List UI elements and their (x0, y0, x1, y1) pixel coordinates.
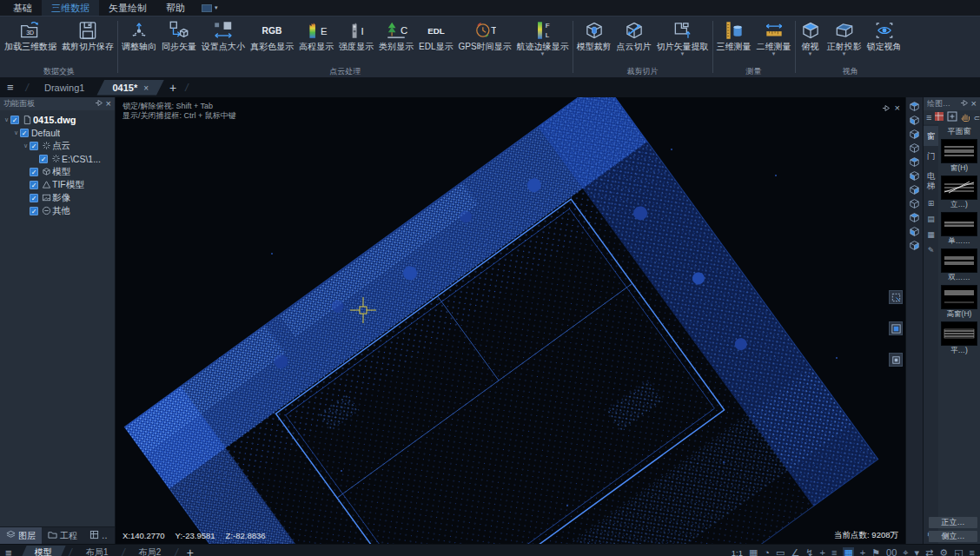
block-item[interactable]: 立…) (939, 175, 979, 209)
close-icon[interactable]: × (971, 100, 977, 108)
ribbon-button[interactable]: C类别显示 (376, 17, 416, 51)
checkbox[interactable]: ✓ (30, 142, 38, 150)
menu-tab[interactable]: 三维数据 (42, 0, 99, 16)
expand-arrow-icon[interactable]: ∨ (22, 142, 30, 149)
fullscreen-icon[interactable]: ◱ (954, 547, 963, 556)
checkbox[interactable]: ✓ (30, 181, 38, 189)
category-tool-icon-4[interactable]: ✎ (928, 242, 935, 258)
ribbon-button[interactable]: 裁剪切片保存 (59, 17, 116, 51)
menu-tab[interactable]: 帮助 (156, 0, 195, 16)
ribbon-button[interactable]: 调整轴向 (119, 17, 159, 51)
expand-arrow-icon[interactable]: ∨ (12, 129, 20, 136)
tree-item[interactable]: ✓TIF模型 (0, 178, 115, 191)
angle-icon[interactable]: ∠ (791, 547, 799, 556)
layout-tab[interactable]: 模型 (21, 546, 66, 556)
panel-tab-layers[interactable]: 图层 (0, 527, 42, 544)
block-item[interactable]: 单…… (939, 212, 979, 246)
tree-item[interactable]: ∨✓点云 (0, 139, 115, 152)
viewport-tool-icon-1[interactable] (889, 290, 903, 304)
tree-item[interactable]: ✓E:\CS\1... (0, 152, 115, 165)
view-cube-right-icon[interactable] (908, 239, 922, 252)
ribbon-button[interactable]: 三维测量 (714, 17, 754, 51)
tree-item[interactable]: ∨✓0415.dwg (0, 113, 115, 126)
elevation-view-button[interactable]: 正立… (929, 517, 977, 528)
view-cube-top-icon[interactable] (908, 211, 922, 224)
pin-icon[interactable] (882, 100, 891, 116)
tree-item[interactable]: ∨✓Default (0, 126, 115, 139)
layout-tab[interactable]: 布局2 (129, 546, 172, 556)
category-tool-icon-3[interactable]: ▦ (927, 227, 935, 242)
units-icon[interactable]: 00 (886, 547, 897, 556)
document-tab[interactable]: Drawing1 (32, 81, 96, 95)
grid-icon[interactable]: ▦ (843, 547, 853, 556)
ribbon-button[interactable]: E高程显示 (296, 17, 336, 51)
ribbon-button[interactable]: FL航迹边缘显示▼ (514, 17, 572, 56)
view-cube-right-icon[interactable] (908, 128, 922, 141)
view-cube-iso-icon[interactable] (908, 142, 922, 155)
category-tab[interactable]: 门 (924, 146, 938, 166)
swap-icon[interactable]: ⇄ (925, 547, 933, 556)
ribbon-button[interactable]: RGB真彩色显示 (248, 17, 296, 51)
checkbox[interactable]: ✓ (30, 168, 38, 176)
checkbox[interactable]: ✓ (30, 207, 38, 215)
document-tab[interactable]: 0415*× (96, 80, 164, 96)
ribbon-button[interactable]: 锁定视角 (864, 17, 904, 51)
elevation-view-button[interactable]: 侧立… (929, 531, 977, 542)
ribbon-button[interactable]: 切片矢量提取▼ (654, 17, 712, 56)
menu-icon[interactable]: ≡ (926, 112, 931, 122)
lineweight-icon[interactable]: ≡ (831, 547, 837, 556)
ribbon-button[interactable]: 二维测量▼ (754, 17, 794, 56)
add-layout-button[interactable]: + (187, 546, 194, 556)
gear-icon[interactable]: ⚙ (939, 547, 948, 556)
block-item[interactable]: 窗(H) (939, 139, 979, 173)
viewport[interactable]: 锁定/解除俯视: Shift + Tab 显示/关闭捕捉框: Ctrl + 鼠标… (116, 97, 905, 544)
pin-icon[interactable] (960, 99, 969, 109)
category-tab[interactable]: 电梯 (924, 166, 938, 195)
add-icon[interactable] (947, 111, 957, 123)
block-item[interactable]: 平…) (939, 321, 979, 355)
lightning-icon[interactable]: ↯ (805, 547, 813, 556)
ribbon-button[interactable]: EDLEDL显示 (416, 17, 455, 51)
menu-tab[interactable]: 矢量绘制 (99, 0, 156, 16)
checkbox[interactable]: ✓ (30, 194, 38, 202)
target-icon[interactable]: ⌖ (903, 547, 908, 556)
view-cube-top-icon[interactable] (908, 156, 922, 169)
block-item[interactable]: 双…… (939, 248, 979, 282)
plus-icon[interactable]: + (820, 547, 825, 556)
ribbon-button[interactable]: 3D加载三维数据 (2, 17, 59, 51)
close-icon[interactable]: × (106, 100, 111, 108)
expand-arrow-icon[interactable]: ∨ (3, 116, 10, 123)
ribbon-button[interactable]: I强度显示 (336, 17, 376, 51)
ortho-icon[interactable]: ▭ (776, 547, 785, 556)
pin-icon[interactable] (95, 99, 103, 109)
ribbon-button[interactable]: 设置点大小 (199, 17, 248, 51)
hamburger-icon[interactable]: ≡ (7, 81, 14, 94)
tree-item[interactable]: ✓模型 (0, 165, 115, 178)
close-icon[interactable]: × (895, 104, 900, 112)
tree-item[interactable]: ✓其他 (0, 204, 115, 217)
ribbon-button[interactable]: 模型裁剪 (574, 17, 614, 51)
view-cube-iso-icon[interactable] (908, 197, 922, 210)
checkbox[interactable]: ✓ (39, 155, 48, 163)
point-cloud-canvas[interactable] (116, 97, 905, 544)
caret-down-icon[interactable]: ▾ (915, 547, 920, 556)
ribbon-button[interactable]: TGPS时间显示 (455, 17, 513, 51)
checkbox[interactable]: ✓ (10, 116, 19, 124)
tree-item[interactable]: ✓影像 (0, 191, 115, 204)
ribbon-button[interactable]: 同步矢量 (159, 17, 199, 51)
hand-icon[interactable] (960, 111, 970, 123)
view-cube-right-icon[interactable] (908, 183, 922, 196)
snap-frame-icon[interactable]: ▦ (749, 547, 758, 556)
view-cube-top-icon[interactable] (908, 100, 922, 113)
category-tool-icon-2[interactable]: ▤ (927, 211, 935, 227)
menu-icon[interactable]: ≡ (970, 547, 975, 556)
flag-icon[interactable]: ⚑ (871, 547, 880, 556)
add-icon[interactable]: + (860, 547, 865, 556)
ribbon-button[interactable]: 俯视▼ (797, 17, 824, 56)
polar-tracking-icon[interactable]: ◔ (764, 547, 770, 556)
view-cube-front-icon[interactable] (908, 225, 922, 238)
view-cube-front-icon[interactable] (908, 114, 922, 127)
ribbon-button[interactable]: 点云切片 (614, 17, 654, 51)
more-icon[interactable]: ⊂ (973, 113, 980, 122)
panel-tab-drawing[interactable]: ‥ (83, 527, 114, 544)
